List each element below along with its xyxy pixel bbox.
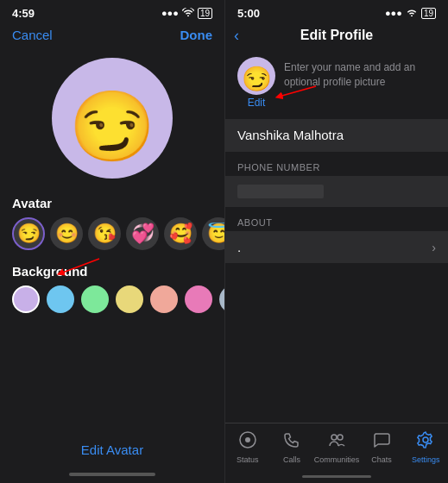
nav-item-chats[interactable]: Chats [359, 430, 403, 464]
settings-nav-icon [416, 430, 435, 454]
avatar-circle: 😏 [52, 58, 173, 179]
status-bar-left: 4:59 ●●● 19 [0, 0, 224, 24]
avatar-option-4[interactable]: 🥰 [164, 217, 197, 250]
name-value: Vanshika Malhotra [237, 128, 344, 142]
status-bar-right: 5:00 ●●● 19 [225, 0, 448, 24]
page-title: Edit Profile [300, 28, 373, 43]
chevron-right-icon: › [432, 241, 436, 254]
chats-nav-icon [372, 430, 391, 454]
phone-section-header: PHONE NUMBER [225, 154, 448, 176]
done-button[interactable]: Done [180, 28, 213, 42]
edit-avatar-button[interactable]: Edit Avatar [81, 442, 143, 457]
nav-item-status[interactable]: Status [225, 430, 269, 464]
color-option-1[interactable] [47, 285, 74, 313]
about-section-header: ABOUT [225, 209, 448, 231]
color-option-5[interactable] [185, 285, 212, 313]
calls-nav-label: Calls [283, 455, 300, 464]
svg-point-6 [423, 437, 428, 442]
back-button[interactable]: ‹ [234, 27, 239, 45]
top-bar-right: ‹ Edit Profile [225, 24, 448, 50]
avatar-section-label: Avatar [0, 192, 224, 217]
wifi-icon-left [182, 8, 194, 18]
avatar-editor-panel: 4:59 ●●● 19 Cancel Done 😏 Avatar 😏 😊 😘 💞… [0, 0, 224, 483]
avatar-option-2[interactable]: 😘 [88, 217, 121, 250]
avatar-option-3[interactable]: 💞 [126, 217, 159, 250]
signal-icon-right: ●●● [385, 8, 402, 18]
status-nav-label: Status [237, 455, 259, 464]
svg-point-3 [245, 437, 250, 442]
status-nav-icon [238, 430, 257, 454]
nav-item-settings[interactable]: Settings [404, 430, 448, 464]
nav-item-communities[interactable]: Communities [314, 430, 360, 464]
time-right: 5:00 [237, 7, 260, 20]
svg-point-4 [331, 435, 337, 440]
battery-icon-left: 19 [198, 8, 212, 19]
cancel-button[interactable]: Cancel [12, 28, 53, 42]
home-indicator-right [302, 475, 371, 478]
profile-header: 😏 Edit Enter your name and add an option… [225, 50, 448, 119]
color-option-2[interactable] [81, 285, 109, 313]
wifi-icon-right [406, 8, 418, 18]
communities-nav-icon [327, 430, 346, 454]
profile-hint: Enter your name and add an optional prof… [284, 57, 436, 90]
avatar-memoji-large: 😏 [69, 92, 155, 161]
edit-profile-panel: 5:00 ●●● 19 ‹ Edit Profile 😏 Edit Enter … [224, 0, 448, 483]
settings-nav-label: Settings [412, 455, 440, 464]
nav-item-calls[interactable]: Calls [269, 430, 313, 464]
profile-avatar-memoji: 😏 [242, 65, 272, 93]
svg-point-5 [338, 435, 343, 440]
bottom-nav: Status Calls Communities Chats Settings [225, 423, 448, 483]
profile-avatar-wrap: 😏 Edit [237, 57, 275, 109]
communities-nav-label: Communities [314, 455, 360, 464]
color-option-0[interactable] [12, 285, 40, 313]
home-indicator-left [69, 473, 155, 476]
avatar-option-1[interactable]: 😊 [50, 217, 83, 250]
top-bar-left: Cancel Done [0, 24, 224, 49]
name-field[interactable]: Vanshika Malhotra [225, 119, 448, 152]
about-value: . [237, 240, 241, 254]
status-icons-left: ●●● 19 [161, 8, 212, 19]
avatar-strip: 😏 😊 😘 💞 🥰 😇 [0, 217, 224, 260]
avatar-option-5[interactable]: 😇 [202, 217, 224, 250]
edit-photo-button[interactable]: Edit [248, 97, 266, 109]
phone-field[interactable] [225, 176, 448, 207]
color-option-3[interactable] [116, 285, 143, 313]
color-strip [0, 285, 224, 323]
color-option-4[interactable] [150, 285, 178, 313]
about-field[interactable]: . › [225, 231, 448, 263]
signal-icon-left: ●●● [161, 8, 179, 18]
battery-icon-right: 19 [421, 8, 436, 19]
chats-nav-label: Chats [371, 455, 392, 464]
background-section-label: Background [0, 260, 224, 285]
avatar-option-0[interactable]: 😏 [12, 217, 45, 250]
profile-avatar-circle: 😏 [237, 57, 275, 95]
calls-nav-icon [282, 430, 301, 454]
status-icons-right: ●●● 19 [385, 8, 436, 19]
avatar-preview-area: 😏 [0, 49, 224, 192]
time-left: 4:59 [12, 7, 35, 20]
phone-value [237, 185, 324, 198]
